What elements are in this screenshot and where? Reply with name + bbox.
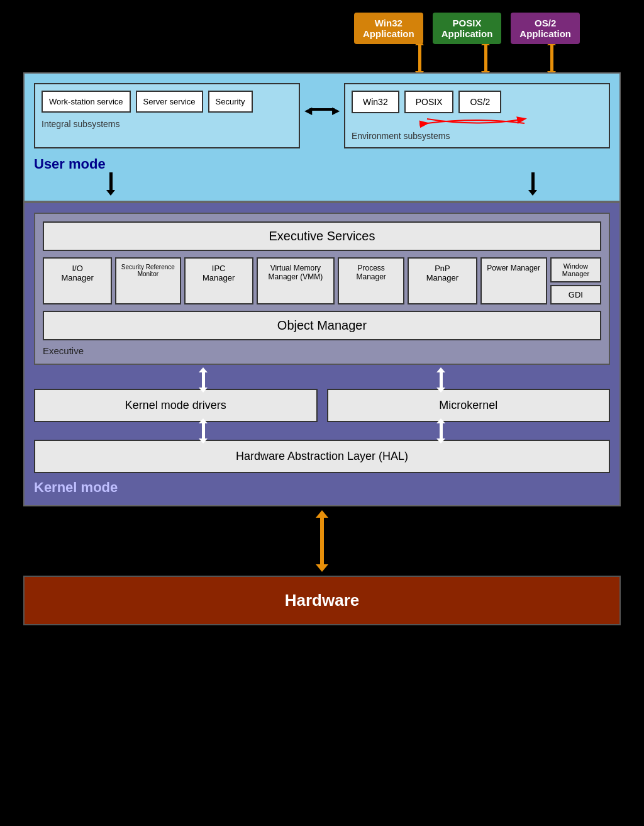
h-arrow-connector: ◀ ▶ (309, 83, 335, 148)
executive-services-label: Executive Services (269, 229, 375, 243)
posix-app-sublabel: Application (441, 28, 493, 39)
executive-box: Executive Services I/OManager Security R… (34, 213, 610, 365)
kernel-mode-section: Executive Services I/OManager Security R… (23, 202, 621, 506)
gdi-box: GDI (550, 285, 601, 304)
user-to-kernel-arrows (34, 172, 610, 191)
vmm-label: Virtual Memory Manager (VMM) (269, 264, 323, 281)
components-row: I/OManager Security Reference Monitor IP… (43, 257, 601, 304)
vmm: Virtual Memory Manager (VMM) (257, 257, 335, 304)
win32-app-box: Win32 Application (354, 13, 423, 44)
kernel-drivers-box: Kernel mode drivers (34, 389, 318, 422)
workstation-service-label: Work-station service (49, 97, 123, 106)
integral-subsystems-box: Work-station service Server service Secu… (34, 83, 300, 148)
os2-app-box: OS/2 Application (511, 13, 580, 44)
os2-env-label: OS/2 (470, 97, 490, 107)
environment-subsystems-box: Win32 POSIX OS/2 (344, 83, 610, 148)
posix-arrow (484, 44, 487, 72)
win32-env-item: Win32 (352, 91, 399, 113)
gdi-label: GDI (569, 290, 583, 299)
executive-label: Executive (43, 345, 601, 356)
bidir-arrows-2 (34, 422, 610, 440)
bidir-right-2 (440, 422, 443, 440)
win32-arrow-col (391, 44, 448, 72)
user-mode-label: User mode (34, 156, 610, 172)
win32-arrow (418, 44, 421, 72)
bidir-left-2 (202, 422, 205, 440)
pnp-manager: PnPManager (408, 257, 477, 304)
os2-app-sublabel: Application (519, 28, 571, 39)
os2-arrow-col (523, 44, 580, 72)
bidir-arrows-1 (34, 371, 610, 389)
workstation-service-item: Work-station service (42, 91, 131, 113)
subsystems-container: Work-station service Server service Secu… (34, 83, 610, 148)
app-arrows (23, 44, 621, 72)
integral-items: Work-station service Server service Secu… (42, 91, 292, 113)
win32-app-label: Win32 (363, 18, 414, 28)
power-manager-label: Power Manager (487, 264, 540, 272)
process-manager-label: Process Manager (356, 264, 386, 281)
ipc-manager: IPCManager (184, 257, 253, 304)
process-manager: Process Manager (338, 257, 404, 304)
executive-services-box: Executive Services (43, 221, 601, 251)
server-service-item: Server service (136, 91, 203, 113)
power-manager: Power Manager (480, 257, 547, 304)
hal-box: Hardware Abstraction Layer (HAL) (34, 440, 610, 473)
win32-env-label: Win32 (363, 97, 388, 107)
main-container: Win32 Application POSIX Application OS/2… (20, 13, 624, 625)
ipc-manager-label: IPCManager (203, 264, 235, 282)
posix-app-label: POSIX (441, 18, 493, 28)
io-manager: I/OManager (43, 257, 112, 304)
object-manager-label: Object Manager (277, 318, 367, 332)
win32-app-sublabel: Application (363, 28, 414, 39)
left-down-arrow (109, 172, 113, 191)
hardware-box: Hardware (23, 576, 621, 625)
posix-env-label: POSIX (416, 97, 443, 107)
window-manager-box: Window Manager (550, 257, 601, 282)
microkernel-box: Microkernel (327, 389, 611, 422)
window-manager-label: Window Manager (562, 262, 589, 277)
kernel-mode-label: Kernel mode (34, 479, 610, 496)
posix-env-item: POSIX (404, 91, 454, 113)
apps-row: Win32 Application POSIX Application OS/2… (23, 13, 621, 44)
os2-app-label: OS/2 (519, 18, 571, 28)
os2-arrow (550, 44, 553, 72)
security-label: Security (216, 97, 245, 106)
kernel-hw-arrow (23, 506, 621, 576)
kernel-drivers-label: Kernel mode drivers (125, 399, 226, 411)
environment-title: Environment subsystems (352, 131, 602, 141)
diagram: Win32 Application POSIX Application OS/2… (23, 13, 621, 625)
security-ref-label: Security Reference Monitor (121, 264, 175, 277)
right-down-arrow (531, 172, 535, 191)
microkernel-label: Microkernel (439, 399, 497, 411)
hardware-label: Hardware (285, 591, 360, 610)
orange-bidir-arrow (320, 516, 324, 566)
red-arrows-svg (414, 116, 540, 128)
user-mode-section: Work-station service Server service Secu… (23, 72, 621, 202)
io-manager-label: I/OManager (61, 264, 93, 282)
env-items: Win32 POSIX OS/2 (352, 91, 602, 113)
server-service-label: Server service (143, 97, 196, 106)
bidir-right (440, 371, 443, 389)
integral-title: Integral subsystems (42, 119, 292, 129)
h-arrow-line: ◀ ▶ (309, 108, 335, 111)
hal-label: Hardware Abstraction Layer (HAL) (236, 450, 408, 462)
object-manager-box: Object Manager (43, 311, 601, 340)
posix-app-box: POSIX Application (433, 13, 502, 44)
security-item: Security (208, 91, 253, 113)
posix-arrow-col (457, 44, 514, 72)
pnp-manager-label: PnPManager (426, 264, 458, 282)
drivers-microkernel-row: Kernel mode drivers Microkernel (34, 389, 610, 422)
security-ref-monitor: Security Reference Monitor (115, 257, 180, 304)
os2-env-item: OS/2 (458, 91, 501, 113)
window-gdi-stack: Window Manager GDI (550, 257, 601, 304)
bidir-left (202, 371, 205, 389)
red-arrows-container (352, 116, 602, 128)
